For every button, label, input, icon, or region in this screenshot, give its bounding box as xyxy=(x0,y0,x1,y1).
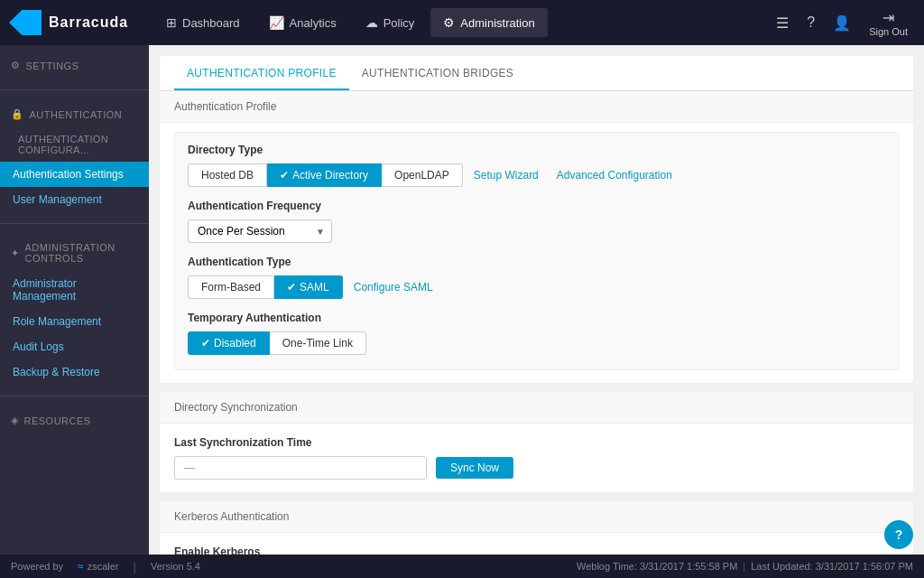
logo-area: Barracuda xyxy=(9,10,153,35)
last-sync-label: Last Synchronization Time xyxy=(174,436,899,449)
saml-check-icon: ✔ xyxy=(287,281,296,294)
sidebar-header-admin-controls: ✦ ADMINISTRATION CONTROLS xyxy=(0,235,149,271)
directory-type-label: Directory Type xyxy=(188,144,885,156)
kerberos-card: Kerberos Authentication Enable Kerberos … xyxy=(160,501,913,555)
zscaler-logo: ≈ zscaler xyxy=(78,560,118,573)
temp-auth-label: Temporary Authentication xyxy=(188,312,885,324)
zscaler-text: zscaler xyxy=(88,561,119,572)
sidebar-item-backup-restore[interactable]: Backup & Restore xyxy=(0,359,149,385)
last-updated: Last Updated: 3/31/2017 1:56:07 PM xyxy=(751,561,913,572)
floating-help-button[interactable]: ? xyxy=(884,520,913,549)
analytics-icon: 📈 xyxy=(269,15,284,30)
sidebar-header-auth: 🔒 Authentication xyxy=(0,101,149,127)
sidebar-section-resources: ◈ Resources xyxy=(0,400,149,441)
directory-type-row: Directory Type Hosted DB ✔ Active Direct… xyxy=(188,144,885,187)
nav-administration-label: Administration xyxy=(460,16,534,30)
sync-row: Sync Now xyxy=(174,456,899,480)
advanced-config-link[interactable]: Advanced Configuration xyxy=(550,164,679,186)
logo-text: Barracuda xyxy=(49,14,128,31)
admin-controls-icon: ✦ xyxy=(11,247,20,259)
queue-button[interactable]: ☰ xyxy=(769,9,796,37)
signout-icon: ⇥ xyxy=(882,9,894,26)
tab-auth-profile[interactable]: AUTHENTICATION PROFILE xyxy=(174,56,349,90)
btn-disabled[interactable]: ✔ Disabled xyxy=(188,331,270,355)
auth-section-icon: 🔒 xyxy=(11,108,24,120)
btn-hosted-db[interactable]: Hosted DB xyxy=(188,163,267,187)
nav-policy-label: Policy xyxy=(383,16,415,30)
kerberos-body: Enable Kerberos ✕ xyxy=(160,533,913,555)
setup-wizard-link[interactable]: Setup Wizard xyxy=(467,164,546,186)
nav-dashboard[interactable]: ⊞ Dashboard xyxy=(153,8,253,37)
configure-saml-link[interactable]: Configure SAML xyxy=(346,276,440,298)
nav-administration[interactable]: ⚙ Administration xyxy=(430,8,547,37)
settings-section-icon: ⚙ xyxy=(11,60,21,71)
nav-right: ☰ ? 👤 ⇥ Sign Out xyxy=(769,5,915,41)
content-area: AUTHENTICATION PROFILE AUTHENTICATION BR… xyxy=(149,45,924,555)
dashboard-icon: ⊞ xyxy=(166,15,177,30)
sidebar-item-user-mgmt[interactable]: User Management xyxy=(0,187,149,212)
main-layout: ⚙ Settings 🔒 Authentication AUTHENTICATI… xyxy=(0,45,924,555)
nav-items: ⊞ Dashboard 📈 Analytics ☁ Policy ⚙ Admin… xyxy=(153,8,769,37)
auth-profile-section-title: Authentication Profile xyxy=(160,91,913,123)
btn-active-directory[interactable]: ✔ Active Directory xyxy=(267,163,382,187)
btn-form-based[interactable]: Form-Based xyxy=(188,275,274,299)
nav-policy[interactable]: ☁ Policy xyxy=(353,8,428,37)
sign-out-button[interactable]: ⇥ Sign Out xyxy=(862,5,915,41)
temp-auth-btn-group: ✔ Disabled One-Time Link xyxy=(188,331,885,355)
tab-auth-bridges[interactable]: AUTHENTICATION BRIDGES xyxy=(349,56,526,90)
directory-type-btn-group: Hosted DB ✔ Active Directory OpenLDAP xyxy=(188,163,463,187)
sidebar-section-settings: ⚙ Settings xyxy=(0,45,149,86)
sidebar-divider-2 xyxy=(0,223,149,224)
btn-one-time-link[interactable]: One-Time Link xyxy=(270,331,366,355)
sidebar-section-admin-controls: ✦ ADMINISTRATION CONTROLS Administrator … xyxy=(0,228,149,392)
auth-frequency-select-wrapper: Once Per Session Every Request Daily ▼ xyxy=(188,219,332,243)
sidebar-item-admin-mgmt[interactable]: Administrator Management xyxy=(0,271,149,309)
nav-analytics[interactable]: 📈 Analytics xyxy=(256,8,349,37)
auth-frequency-row: Authentication Frequency Once Per Sessio… xyxy=(188,200,885,243)
sidebar-divider-3 xyxy=(0,396,149,396)
signout-label: Sign Out xyxy=(869,26,908,37)
sidebar-item-audit-logs[interactable]: Audit Logs xyxy=(0,334,149,359)
disabled-check-icon: ✔ xyxy=(201,337,210,350)
btn-saml[interactable]: ✔ SAML xyxy=(274,275,343,299)
resources-icon: ◈ xyxy=(11,415,19,426)
status-bar: Powered by ≈ zscaler | Version 5.4 Weblo… xyxy=(0,555,924,578)
last-sync-input xyxy=(174,456,427,480)
main-card: AUTHENTICATION PROFILE AUTHENTICATION BR… xyxy=(160,56,913,383)
btn-openldap[interactable]: OpenLDAP xyxy=(382,163,463,187)
user-button[interactable]: 👤 xyxy=(826,9,858,37)
auth-frequency-select[interactable]: Once Per Session Every Request Daily xyxy=(188,219,332,243)
status-right: Weblog Time: 3/31/2017 1:55:58 PM | Last… xyxy=(577,561,913,572)
auth-type-row: Authentication Type Form-Based ✔ SAML Co… xyxy=(188,256,885,299)
sidebar-header-settings: ⚙ Settings xyxy=(0,52,149,79)
admin-icon: ⚙ xyxy=(443,15,455,30)
status-sep-1: | xyxy=(134,560,136,573)
dir-sync-header: Directory Synchronization xyxy=(160,392,913,424)
status-sep-2: | xyxy=(743,561,745,572)
auth-type-label: Authentication Type xyxy=(188,256,885,268)
policy-icon: ☁ xyxy=(365,15,378,30)
barracuda-logo-icon xyxy=(9,10,42,35)
auth-type-options: Form-Based ✔ SAML Configure SAML xyxy=(188,275,885,299)
sidebar-item-role-mgmt[interactable]: Role Management xyxy=(0,309,149,334)
zscaler-icon: ≈ xyxy=(78,560,84,573)
help-button[interactable]: ? xyxy=(799,9,822,36)
top-nav: Barracuda ⊞ Dashboard 📈 Analytics ☁ Poli… xyxy=(0,0,924,45)
sidebar-item-auth-settings[interactable]: Authentication Settings xyxy=(0,162,149,187)
temp-auth-row: Temporary Authentication ✔ Disabled One-… xyxy=(188,312,885,355)
sync-now-button[interactable]: Sync Now xyxy=(436,457,513,479)
dir-sync-body: Last Synchronization Time Sync Now xyxy=(160,424,913,492)
card-tabs: AUTHENTICATION PROFILE AUTHENTICATION BR… xyxy=(160,56,913,91)
nav-dashboard-label: Dashboard xyxy=(182,16,240,30)
sidebar: ⚙ Settings 🔒 Authentication AUTHENTICATI… xyxy=(0,45,149,555)
active-dir-check-icon: ✔ xyxy=(280,169,289,182)
powered-by-text: Powered by xyxy=(11,561,63,572)
weblog-time: Weblog Time: 3/31/2017 1:55:58 PM xyxy=(577,561,737,572)
sidebar-header-resources: ◈ Resources xyxy=(0,407,149,434)
directory-type-options: Hosted DB ✔ Active Directory OpenLDAP Se… xyxy=(188,163,885,187)
version-text: Version 5.4 xyxy=(151,561,200,572)
enable-kerberos-label: Enable Kerberos xyxy=(174,545,899,555)
nav-analytics-label: Analytics xyxy=(290,16,337,30)
auth-type-btn-group: Form-Based ✔ SAML xyxy=(188,275,343,299)
auth-profile-inner: Directory Type Hosted DB ✔ Active Direct… xyxy=(174,132,899,370)
